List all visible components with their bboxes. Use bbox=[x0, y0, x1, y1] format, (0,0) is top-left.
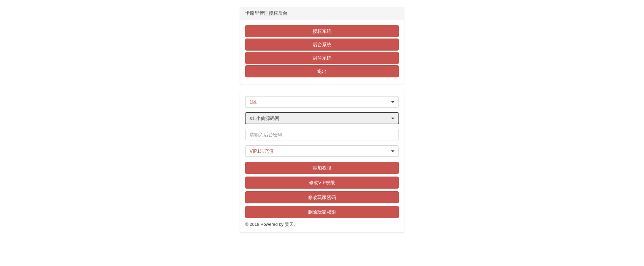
form-panel: 1区 s1.小仙源码网 VIP1只充值 添加权限 修改VIP权限 修改玩家密码 … bbox=[240, 91, 404, 233]
nav-button-group: 授权系统 后台系统 封号系统 退出 bbox=[240, 20, 404, 84]
action-button-group: 添加权限 修改VIP权限 修改玩家密码 删除玩家权限 bbox=[245, 162, 399, 218]
modify-password-button[interactable]: 修改玩家密码 bbox=[245, 191, 399, 203]
main-container: 卡路里管理授权后台 授权系统 后台系统 封号系统 退出 1区 s1.小仙源码网 … bbox=[240, 7, 404, 233]
password-input[interactable] bbox=[245, 129, 399, 140]
nav-panel: 卡路里管理授权后台 授权系统 后台系统 封号系统 退出 bbox=[240, 7, 404, 84]
panel-title: 卡路里管理授权后台 bbox=[240, 7, 404, 20]
footer-text: © 2019 Powered by 昊天。 bbox=[245, 221, 399, 227]
delete-permission-button[interactable]: 删除玩家权限 bbox=[245, 206, 399, 218]
nav-button-ban[interactable]: 封号系统 bbox=[245, 52, 399, 64]
nav-button-auth[interactable]: 授权系统 bbox=[245, 25, 399, 37]
nav-button-exit[interactable]: 退出 bbox=[245, 65, 399, 77]
nav-button-admin[interactable]: 后台系统 bbox=[245, 39, 399, 51]
zone-select[interactable]: 1区 bbox=[245, 96, 399, 108]
vip-select[interactable]: VIP1只充值 bbox=[245, 145, 399, 157]
server-select[interactable]: s1.小仙源码网 bbox=[245, 113, 399, 124]
form-body: 1区 s1.小仙源码网 VIP1只充值 添加权限 修改VIP权限 修改玩家密码 … bbox=[240, 91, 404, 232]
add-permission-button[interactable]: 添加权限 bbox=[245, 162, 399, 174]
modify-vip-button[interactable]: 修改VIP权限 bbox=[245, 177, 399, 189]
